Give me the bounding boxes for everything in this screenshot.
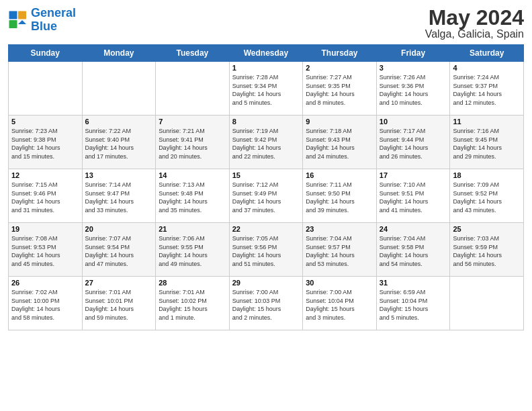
day-number: 16 (306, 171, 373, 179)
calendar-cell: 1Sunrise: 7:28 AM Sunset: 9:34 PM Daylig… (229, 62, 303, 116)
day-number: 9 (306, 118, 373, 126)
cell-info: Sunrise: 7:06 AM Sunset: 9:55 PM Dayligh… (159, 234, 226, 268)
calendar-cell: 27Sunrise: 7:01 AM Sunset: 10:01 PM Dayl… (82, 277, 156, 330)
day-number: 26 (11, 279, 79, 287)
cell-info: Sunrise: 7:10 AM Sunset: 9:51 PM Dayligh… (380, 181, 447, 214)
day-number: 12 (11, 171, 79, 179)
cell-info: Sunrise: 7:22 AM Sunset: 9:40 PM Dayligh… (85, 127, 153, 161)
day-number: 25 (453, 225, 521, 233)
calendar-cell: 10Sunrise: 7:17 AM Sunset: 9:44 PM Dayli… (376, 116, 450, 169)
cell-info: Sunrise: 7:05 AM Sunset: 9:56 PM Dayligh… (232, 234, 300, 268)
day-number: 15 (232, 171, 300, 179)
cell-info: Sunrise: 7:11 AM Sunset: 9:50 PM Dayligh… (306, 181, 373, 214)
calendar-cell: 12Sunrise: 7:15 AM Sunset: 9:46 PM Dayli… (9, 169, 83, 223)
calendar-cell: 5Sunrise: 7:23 AM Sunset: 9:38 PM Daylig… (9, 116, 83, 169)
svg-rect-1 (18, 11, 26, 19)
cell-info: Sunrise: 7:00 AM Sunset: 10:04 PM Daylig… (306, 288, 373, 322)
calendar-cell: 30Sunrise: 7:00 AM Sunset: 10:04 PM Dayl… (303, 277, 377, 330)
calendar-cell: 23Sunrise: 7:04 AM Sunset: 9:57 PM Dayli… (303, 223, 377, 277)
cell-info: Sunrise: 7:19 AM Sunset: 9:42 PM Dayligh… (232, 127, 300, 161)
weekday-header: Tuesday (156, 45, 230, 62)
cell-info: Sunrise: 7:07 AM Sunset: 9:54 PM Dayligh… (85, 234, 153, 268)
weekday-header: Friday (376, 45, 450, 62)
calendar-week-row: 5Sunrise: 7:23 AM Sunset: 9:38 PM Daylig… (9, 116, 524, 169)
calendar-cell: 31Sunrise: 6:59 AM Sunset: 10:04 PM Dayl… (376, 277, 450, 330)
calendar-cell: 4Sunrise: 7:24 AM Sunset: 9:37 PM Daylig… (450, 62, 524, 116)
day-number: 7 (159, 118, 226, 126)
day-number: 6 (85, 118, 153, 126)
calendar-cell: 8Sunrise: 7:19 AM Sunset: 9:42 PM Daylig… (229, 116, 303, 169)
weekday-header: Thursday (303, 45, 377, 62)
calendar-cell (450, 277, 524, 330)
cell-info: Sunrise: 7:09 AM Sunset: 9:52 PM Dayligh… (453, 181, 521, 214)
cell-info: Sunrise: 7:03 AM Sunset: 9:59 PM Dayligh… (453, 234, 521, 268)
day-number: 22 (232, 225, 300, 233)
calendar-cell: 17Sunrise: 7:10 AM Sunset: 9:51 PM Dayli… (376, 169, 450, 223)
cell-info: Sunrise: 7:01 AM Sunset: 10:02 PM Daylig… (159, 288, 226, 322)
day-number: 31 (380, 279, 447, 287)
day-number: 30 (306, 279, 373, 287)
calendar-cell: 18Sunrise: 7:09 AM Sunset: 9:52 PM Dayli… (450, 169, 524, 223)
calendar-week-row: 26Sunrise: 7:02 AM Sunset: 10:00 PM Dayl… (9, 277, 524, 330)
cell-info: Sunrise: 7:14 AM Sunset: 9:47 PM Dayligh… (85, 181, 153, 214)
calendar-cell (9, 62, 83, 116)
calendar-table: SundayMondayTuesdayWednesdayThursdayFrid… (8, 44, 524, 330)
calendar-cell: 16Sunrise: 7:11 AM Sunset: 9:50 PM Dayli… (303, 169, 377, 223)
page-container: General Blue May 2024 Valga, Galicia, Sp… (0, 0, 532, 337)
location-title: Valga, Galicia, Spain (425, 28, 524, 40)
day-number: 23 (306, 225, 373, 233)
day-number: 14 (159, 171, 226, 179)
svg-marker-3 (18, 20, 26, 24)
calendar-cell: 19Sunrise: 7:08 AM Sunset: 9:53 PM Dayli… (9, 223, 83, 277)
day-number: 29 (232, 279, 300, 287)
cell-info: Sunrise: 7:26 AM Sunset: 9:36 PM Dayligh… (380, 73, 447, 107)
calendar-cell: 11Sunrise: 7:16 AM Sunset: 9:45 PM Dayli… (450, 116, 524, 169)
day-number: 2 (306, 64, 373, 72)
cell-info: Sunrise: 7:01 AM Sunset: 10:01 PM Daylig… (85, 288, 153, 322)
cell-info: Sunrise: 7:23 AM Sunset: 9:38 PM Dayligh… (11, 127, 79, 161)
cell-info: Sunrise: 7:24 AM Sunset: 9:37 PM Dayligh… (453, 73, 521, 107)
cell-info: Sunrise: 7:15 AM Sunset: 9:46 PM Dayligh… (11, 181, 79, 214)
cell-info: Sunrise: 7:04 AM Sunset: 9:58 PM Dayligh… (380, 234, 447, 268)
svg-rect-0 (9, 11, 17, 19)
calendar-cell: 21Sunrise: 7:06 AM Sunset: 9:55 PM Dayli… (156, 223, 230, 277)
calendar-week-row: 1Sunrise: 7:28 AM Sunset: 9:34 PM Daylig… (9, 62, 524, 116)
calendar-cell: 13Sunrise: 7:14 AM Sunset: 9:47 PM Dayli… (82, 169, 156, 223)
title-block: May 2024 Valga, Galicia, Spain (425, 7, 524, 40)
cell-info: Sunrise: 7:04 AM Sunset: 9:57 PM Dayligh… (306, 234, 373, 268)
weekday-header: Monday (82, 45, 156, 62)
day-number: 19 (11, 225, 79, 233)
month-title: May 2024 (425, 7, 524, 28)
logo: General Blue (8, 7, 76, 34)
cell-info: Sunrise: 7:16 AM Sunset: 9:45 PM Dayligh… (453, 127, 521, 161)
weekday-header: Saturday (450, 45, 524, 62)
calendar-cell (82, 62, 156, 116)
calendar-cell: 14Sunrise: 7:13 AM Sunset: 9:48 PM Dayli… (156, 169, 230, 223)
calendar-week-row: 12Sunrise: 7:15 AM Sunset: 9:46 PM Dayli… (9, 169, 524, 223)
day-number: 27 (85, 279, 153, 287)
cell-info: Sunrise: 6:59 AM Sunset: 10:04 PM Daylig… (380, 288, 447, 322)
calendar-cell: 24Sunrise: 7:04 AM Sunset: 9:58 PM Dayli… (376, 223, 450, 277)
day-number: 4 (453, 64, 521, 72)
day-number: 18 (453, 171, 521, 179)
cell-info: Sunrise: 7:13 AM Sunset: 9:48 PM Dayligh… (159, 181, 226, 214)
calendar-cell: 2Sunrise: 7:27 AM Sunset: 9:35 PM Daylig… (303, 62, 377, 116)
calendar-cell: 7Sunrise: 7:21 AM Sunset: 9:41 PM Daylig… (156, 116, 230, 169)
cell-info: Sunrise: 7:17 AM Sunset: 9:44 PM Dayligh… (380, 127, 447, 161)
weekday-header: Sunday (9, 45, 83, 62)
day-number: 3 (380, 64, 447, 72)
cell-info: Sunrise: 7:12 AM Sunset: 9:49 PM Dayligh… (232, 181, 300, 214)
day-number: 13 (85, 171, 153, 179)
day-number: 5 (11, 118, 79, 126)
calendar-cell: 20Sunrise: 7:07 AM Sunset: 9:54 PM Dayli… (82, 223, 156, 277)
day-number: 21 (159, 225, 226, 233)
cell-info: Sunrise: 7:21 AM Sunset: 9:41 PM Dayligh… (159, 127, 226, 161)
svg-rect-2 (9, 20, 17, 28)
logo-icon (8, 10, 28, 30)
day-number: 8 (232, 118, 300, 126)
cell-info: Sunrise: 7:27 AM Sunset: 9:35 PM Dayligh… (306, 73, 373, 107)
calendar-cell: 26Sunrise: 7:02 AM Sunset: 10:00 PM Dayl… (9, 277, 83, 330)
day-number: 28 (159, 279, 226, 287)
calendar-cell: 25Sunrise: 7:03 AM Sunset: 9:59 PM Dayli… (450, 223, 524, 277)
day-number: 10 (380, 118, 447, 126)
